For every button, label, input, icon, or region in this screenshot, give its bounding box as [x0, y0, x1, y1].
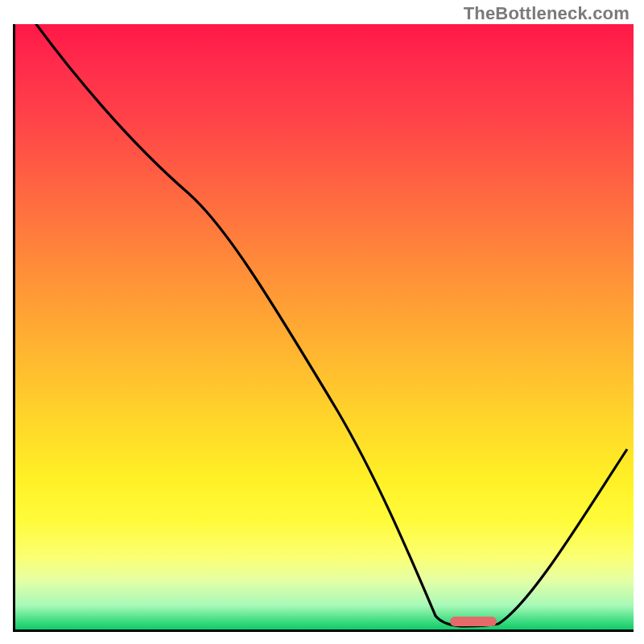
curve-layer	[15, 24, 634, 630]
watermark-text: TheBottleneck.com	[464, 3, 630, 24]
bottleneck-curve	[34, 24, 627, 626]
chart-container: TheBottleneck.com	[0, 0, 644, 644]
valley-marker	[450, 617, 497, 626]
plot-area	[13, 24, 634, 632]
